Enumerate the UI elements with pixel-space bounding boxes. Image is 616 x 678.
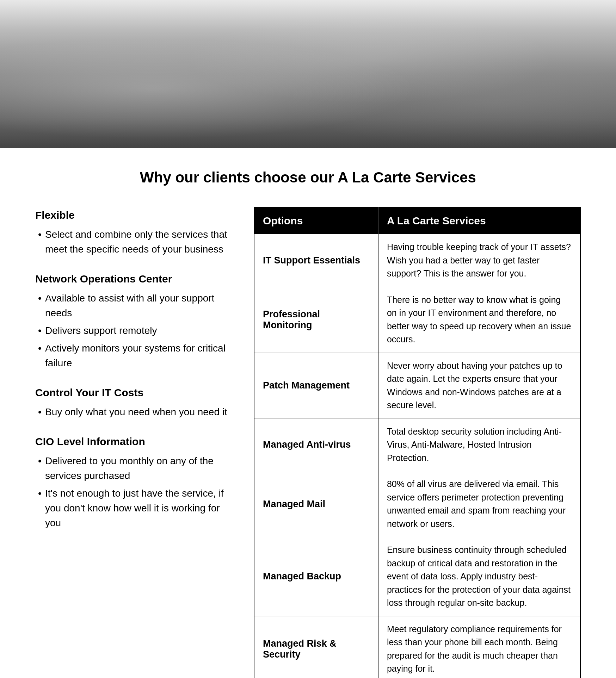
noc-section: Network Operations Center Available to a…	[35, 271, 233, 371]
cio-section: CIO Level Information Delivered to you m…	[35, 434, 233, 530]
list-item: Available to assist with all your suppor…	[35, 291, 233, 321]
two-column-layout: Flexible Select and combine only the ser…	[35, 207, 581, 678]
list-item: Select and combine only the services tha…	[35, 227, 233, 257]
list-item: Delivered to you monthly on any of the s…	[35, 454, 233, 483]
option-label: Professional Monitoring	[254, 287, 378, 353]
table-header-row: Options A La Carte Services	[254, 207, 580, 234]
cio-list: Delivered to you monthly on any of the s…	[35, 454, 233, 530]
option-label: Managed Mail	[254, 471, 378, 537]
flexible-heading: Flexible	[35, 207, 233, 223]
cio-heading: CIO Level Information	[35, 434, 233, 449]
hero-banner	[0, 0, 616, 148]
table-row: Managed Mail 80% of all virus are delive…	[254, 471, 580, 537]
table-row: Managed Anti-virus Total desktop securit…	[254, 418, 580, 471]
flexible-list: Select and combine only the services tha…	[35, 227, 233, 257]
list-item: Actively monitors your systems for criti…	[35, 341, 233, 371]
table-row: Managed Backup Ensure business continuit…	[254, 537, 580, 616]
flexible-section: Flexible Select and combine only the ser…	[35, 207, 233, 257]
table-row: Professional Monitoring There is no bett…	[254, 287, 580, 353]
costs-section: Control Your IT Costs Buy only what you …	[35, 385, 233, 419]
list-item: Delivers support remotely	[35, 323, 233, 338]
option-description: 80% of all virus are delivered via email…	[378, 471, 580, 537]
page-content: Why our clients choose our A La Carte Se…	[0, 148, 616, 678]
costs-list: Buy only what you need when you need it	[35, 405, 233, 419]
option-description: There is no better way to know what is g…	[378, 287, 580, 353]
list-item: Buy only what you need when you need it	[35, 405, 233, 419]
options-header: Options	[254, 207, 378, 234]
option-label: Patch Management	[254, 353, 378, 418]
left-column: Flexible Select and combine only the ser…	[35, 207, 233, 545]
option-description: Having trouble keeping track of your IT …	[378, 234, 580, 287]
list-item: It's not enough to just have the service…	[35, 486, 233, 530]
table-row: Managed Risk & Security Meet regulatory …	[254, 616, 580, 678]
noc-list: Available to assist with all your suppor…	[35, 291, 233, 371]
option-description: Never worry about having your patches up…	[378, 353, 580, 418]
option-label: Managed Anti-virus	[254, 418, 378, 471]
main-title: Why our clients choose our A La Carte Se…	[35, 169, 581, 186]
noc-heading: Network Operations Center	[35, 271, 233, 287]
services-header: A La Carte Services	[378, 207, 580, 234]
option-label: Managed Risk & Security	[254, 616, 378, 678]
option-label: Managed Backup	[254, 537, 378, 616]
table-row: IT Support Essentials Having trouble kee…	[254, 234, 580, 287]
option-description: Ensure business continuity through sched…	[378, 537, 580, 616]
costs-heading: Control Your IT Costs	[35, 385, 233, 400]
option-description: Total desktop security solution includin…	[378, 418, 580, 471]
option-label: IT Support Essentials	[254, 234, 378, 287]
services-table: Options A La Carte Services IT Support E…	[254, 207, 581, 678]
table-row: Patch Management Never worry about havin…	[254, 353, 580, 418]
right-column: Options A La Carte Services IT Support E…	[254, 207, 581, 678]
option-description: Meet regulatory compliance requirements …	[378, 616, 580, 678]
